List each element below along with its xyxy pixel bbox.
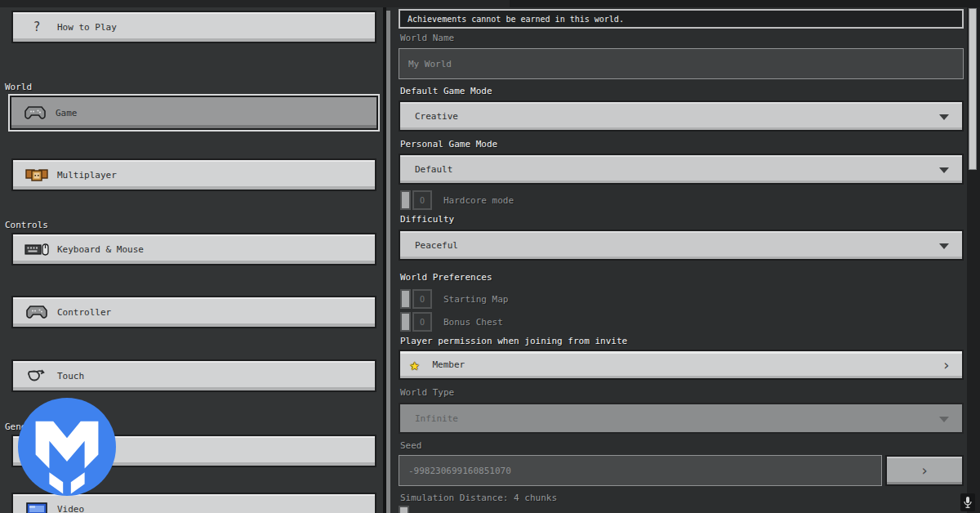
hardcore-mode-toggle-row: O Hardcore mode <box>400 190 514 210</box>
microphone-icon[interactable] <box>960 493 975 511</box>
starting-map-label: Starting Map <box>443 294 508 305</box>
sidebar-item-multiplayer[interactable]: Multiplayer <box>11 158 376 191</box>
world-name-label: World Name <box>400 33 454 43</box>
difficulty-label: Difficulty <box>400 214 454 225</box>
settings-screen: ? How to Play World Game <box>0 0 980 513</box>
sidebar-item-game[interactable]: Game <box>10 96 378 130</box>
sidebar-item-label: Touch <box>51 371 84 381</box>
personal-game-mode-dropdown[interactable]: Default <box>399 154 964 185</box>
sidebar-item-touch[interactable]: Touch <box>11 359 376 392</box>
toggle-off-switch[interactable]: O <box>400 289 432 309</box>
achievements-notice: Achievements cannot be earned in this wo… <box>399 9 964 29</box>
sidebar-item-label: Multiplayer <box>51 170 117 181</box>
personal-game-mode-label: Personal Game Mode <box>400 139 497 149</box>
toggle-off-glyph: O <box>412 289 432 309</box>
toggle-knob <box>400 289 411 309</box>
player-permission-label: Player permission when joining from invi… <box>400 336 627 346</box>
world-type-label: World Type <box>400 387 454 398</box>
bonus-chest-label: Bonus Chest <box>443 317 503 328</box>
sidebar-item-label: Controller <box>51 307 111 318</box>
chevron-down-icon <box>939 243 949 249</box>
toggle-knob <box>400 312 411 332</box>
difficulty-dropdown[interactable]: Peaceful <box>399 230 964 261</box>
watermark-logo <box>18 398 116 496</box>
chevron-down-icon <box>939 114 949 120</box>
seed-label: Seed <box>400 440 422 451</box>
world-settings-panel: Achievements cannot be earned in this wo… <box>390 7 967 513</box>
default-game-mode-dropdown[interactable]: Creative <box>399 100 964 132</box>
sidebar-item-controller[interactable]: Controller <box>11 296 376 328</box>
toggle-off-switch[interactable]: O <box>400 190 432 210</box>
seed-random-button[interactable]: › <box>885 455 964 486</box>
dropdown-value: Infinite <box>415 413 458 424</box>
window-top-bar <box>0 0 980 7</box>
controller-icon <box>21 105 49 120</box>
sidebar-item-label: Game <box>49 108 78 118</box>
scrollbar-track[interactable] <box>967 7 980 513</box>
sidebar-item-label: Keyboard & Mouse <box>51 244 144 255</box>
simulation-distance-slider-knob[interactable] <box>399 506 409 513</box>
players-icon <box>23 167 51 182</box>
keyboard-mouse-icon <box>23 243 51 256</box>
scrollbar-thumb[interactable] <box>969 8 977 170</box>
player-permission-value: Member <box>419 359 465 370</box>
world-type-dropdown-disabled: Infinite <box>399 403 964 434</box>
bonus-chest-toggle-row: O Bonus Chest <box>400 312 503 332</box>
toggle-off-switch[interactable]: O <box>400 312 432 332</box>
player-permission-button[interactable]: ★ Member › <box>399 350 964 380</box>
toggle-off-glyph: O <box>412 312 432 332</box>
world-preferences-label: World Preferences <box>400 272 492 283</box>
dropdown-value: Creative <box>415 111 458 122</box>
sidebar-item-how-to-play[interactable]: ? How to Play <box>11 11 376 43</box>
chevron-down-icon <box>939 167 949 173</box>
world-name-input[interactable] <box>399 48 964 79</box>
sidebar-item-label: Video <box>51 504 84 513</box>
toggle-off-glyph: O <box>412 190 432 210</box>
sidebar-item-label: How to Play <box>51 22 117 33</box>
controller-icon <box>23 305 51 319</box>
simulation-distance-label: Simulation Distance: 4 chunks <box>400 493 557 503</box>
section-title-controls: Controls <box>5 220 48 230</box>
touch-hand-icon <box>23 368 51 383</box>
star-icon: ★ <box>410 357 419 372</box>
seed-input[interactable] <box>399 455 882 486</box>
monitor-icon <box>23 502 51 513</box>
dropdown-value: Default <box>415 164 452 175</box>
hardcore-mode-label: Hardcore mode <box>443 195 514 206</box>
question-icon: ? <box>23 20 51 34</box>
section-title-world: World <box>5 82 32 92</box>
chevron-down-icon <box>939 417 949 422</box>
sidebar-item-keyboard-mouse[interactable]: Keyboard & Mouse <box>11 233 376 265</box>
toggle-knob <box>400 190 411 210</box>
starting-map-toggle-row: O Starting Map <box>400 289 508 309</box>
chevron-right-icon: › <box>942 358 951 372</box>
dropdown-value: Peaceful <box>415 240 458 251</box>
default-game-mode-label: Default Game Mode <box>400 86 492 96</box>
chevron-right-icon: › <box>920 463 929 478</box>
